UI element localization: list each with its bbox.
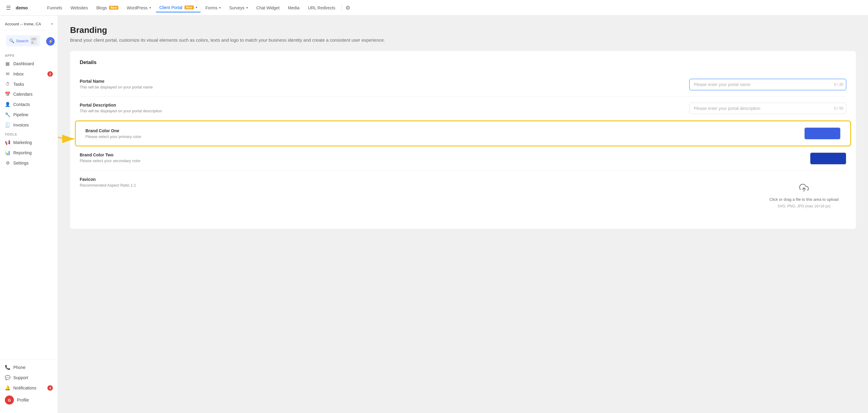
- brand-color-two-swatch[interactable]: [810, 153, 846, 164]
- forms-chevron: ▾: [219, 6, 221, 9]
- sidebar-item-tasks[interactable]: ⏱ Tasks: [0, 79, 58, 89]
- portal-name-row: Portal Name This will be displayed on yo…: [80, 73, 846, 97]
- sidebar-item-label: Contacts: [13, 102, 30, 107]
- sidebar-search-button[interactable]: 🔍 Search ctrl K: [6, 35, 40, 46]
- nav-surveys[interactable]: Surveys ▾: [225, 4, 251, 12]
- favicon-hint: Recommended Aspect Ratio 1:1: [80, 183, 461, 188]
- favicon-label: Favicon: [80, 177, 461, 182]
- sidebar-item-reporting[interactable]: 📊 Reporting: [0, 148, 58, 158]
- sidebar-bottom: 📞 Phone 💬 Support 🔔 Notifications 4 G Pr…: [0, 359, 58, 409]
- nav-wordpress[interactable]: WordPress ▾: [123, 4, 155, 12]
- client-portal-badge: New: [184, 5, 194, 9]
- calendars-icon: 📅: [5, 92, 10, 97]
- sidebar-item-support[interactable]: 💬 Support: [0, 373, 58, 383]
- brand-color-one-row: Brand Color One Please select your prima…: [86, 127, 840, 139]
- sidebar-item-dashboard[interactable]: ▦ Dashboard: [0, 59, 58, 69]
- portal-name-label: Portal Name: [80, 79, 461, 84]
- nav-client-portal[interactable]: Client Portal New ▾: [156, 3, 201, 12]
- brand-color-one-control: [463, 127, 841, 139]
- account-label: Account -- Irvine, CA: [5, 22, 41, 26]
- sidebar-item-label: Notifications: [13, 385, 36, 390]
- brand-color-two-row: Brand Color Two Please select your secon…: [80, 147, 846, 171]
- page-title: Branding: [70, 25, 856, 35]
- sidebar-item-contacts[interactable]: 👤 Contacts: [0, 99, 58, 109]
- lightning-button[interactable]: ⚡: [46, 37, 55, 45]
- nav-websites[interactable]: Websites: [67, 4, 91, 12]
- app-logo: demo: [16, 5, 40, 10]
- phone-icon: 📞: [5, 365, 10, 370]
- nav-url-redirects[interactable]: URL Redirects: [304, 4, 339, 12]
- notifications-badge: 4: [48, 385, 53, 391]
- sidebar-item-label: Tasks: [13, 82, 24, 87]
- portal-description-row: Portal Description This will be displaye…: [80, 97, 846, 121]
- nav-blogs[interactable]: Blogs New: [93, 4, 122, 12]
- portal-description-label-group: Portal Description This will be displaye…: [80, 103, 461, 113]
- sidebar-item-label: Support: [13, 375, 28, 380]
- sidebar-item-label: Pipeline: [13, 112, 28, 117]
- arrow-annotation: [58, 121, 77, 146]
- arrow-svg: [58, 121, 77, 145]
- nav-chat-widget[interactable]: Chat Widget: [253, 4, 283, 12]
- sidebar-item-label: Settings: [13, 161, 29, 165]
- nav-media[interactable]: Media: [284, 4, 303, 12]
- page-subtitle: Brand your client portal, customize its …: [70, 37, 856, 42]
- brand-color-one-label-group: Brand Color One Please select your prima…: [86, 128, 463, 139]
- favicon-label-group: Favicon Recommended Aspect Ratio 1:1: [80, 177, 461, 188]
- sidebar-item-inbox[interactable]: ✉ Inbox 2: [0, 69, 58, 79]
- sidebar-item-invoices[interactable]: 🧾 Invoices: [0, 120, 58, 130]
- sidebar-item-label: Calendars: [13, 92, 33, 97]
- account-chevron-icon: ▾: [51, 22, 53, 26]
- brand-color-two-label-group: Brand Color Two Please select your secon…: [80, 153, 461, 163]
- sidebar-item-calendars[interactable]: 📅 Calendars: [0, 89, 58, 99]
- reporting-icon: 📊: [5, 150, 10, 156]
- account-dropdown-button[interactable]: Account -- Irvine, CA ▾: [5, 22, 53, 26]
- sidebar-search-row: 🔍 Search ctrl K ⚡: [0, 33, 58, 51]
- sidebar-item-label: Marketing: [13, 140, 32, 145]
- portal-description-input-wrapper: 0 / 50: [689, 103, 846, 114]
- hamburger-button[interactable]: ☰: [5, 3, 12, 12]
- sidebar-item-label: Inbox: [13, 71, 24, 76]
- portal-description-input[interactable]: [689, 103, 846, 114]
- portal-description-label: Portal Description: [80, 103, 461, 107]
- brand-color-two-label: Brand Color Two: [80, 153, 461, 157]
- nav-forms[interactable]: Forms ▾: [202, 4, 225, 12]
- sidebar-item-notifications[interactable]: 🔔 Notifications 4: [0, 383, 58, 393]
- nav-funnels[interactable]: Funnels: [43, 4, 66, 12]
- brand-color-one-label: Brand Color One: [86, 128, 463, 133]
- settings-gear-button[interactable]: ⚙: [344, 3, 351, 12]
- sidebar-item-pipeline[interactable]: 🔧 Pipeline: [0, 109, 58, 120]
- search-icon: 🔍: [9, 38, 14, 43]
- surveys-chevron: ▾: [246, 6, 248, 9]
- account-selector: Account -- Irvine, CA ▾: [0, 19, 58, 30]
- support-icon: 💬: [5, 375, 10, 380]
- invoices-icon: 🧾: [5, 122, 10, 128]
- pipeline-icon: 🔧: [5, 112, 10, 118]
- sidebar-item-marketing[interactable]: 📢 Marketing: [0, 137, 58, 148]
- portal-name-label-group: Portal Name This will be displayed on yo…: [80, 79, 461, 89]
- sidebar-item-phone[interactable]: 📞 Phone: [0, 362, 58, 373]
- avatar: G: [5, 395, 14, 405]
- portal-name-hint: This will be displayed on your portal na…: [80, 85, 461, 89]
- portal-name-control: 0 / 20: [466, 79, 846, 90]
- apps-section-label: Apps: [0, 51, 58, 59]
- nav-divider: [341, 4, 342, 11]
- sidebar-item-profile[interactable]: G Profile: [0, 393, 58, 407]
- upload-icon: [799, 183, 809, 195]
- portal-description-control: 0 / 50: [466, 103, 846, 114]
- brand-color-two-control: [466, 153, 846, 164]
- favicon-upload-area[interactable]: Click or drag a file to this area to upl…: [762, 177, 846, 214]
- tools-section-label: Tools: [0, 130, 58, 137]
- settings-icon: ⚙: [5, 160, 10, 166]
- sidebar-item-settings[interactable]: ⚙ Settings: [0, 158, 58, 168]
- search-shortcut: ctrl K: [30, 37, 37, 45]
- client-portal-chevron: ▾: [196, 6, 197, 9]
- details-card: Details Portal Name This will be display…: [70, 51, 856, 229]
- dashboard-icon: ▦: [5, 61, 10, 66]
- portal-name-input[interactable]: [689, 79, 846, 90]
- inbox-badge: 2: [48, 71, 53, 77]
- card-title: Details: [80, 60, 846, 65]
- brand-color-one-swatch[interactable]: [804, 127, 840, 139]
- sidebar-item-label: Dashboard: [13, 61, 34, 66]
- portal-name-char-count: 0 / 20: [834, 83, 843, 87]
- search-label: Search: [16, 39, 28, 43]
